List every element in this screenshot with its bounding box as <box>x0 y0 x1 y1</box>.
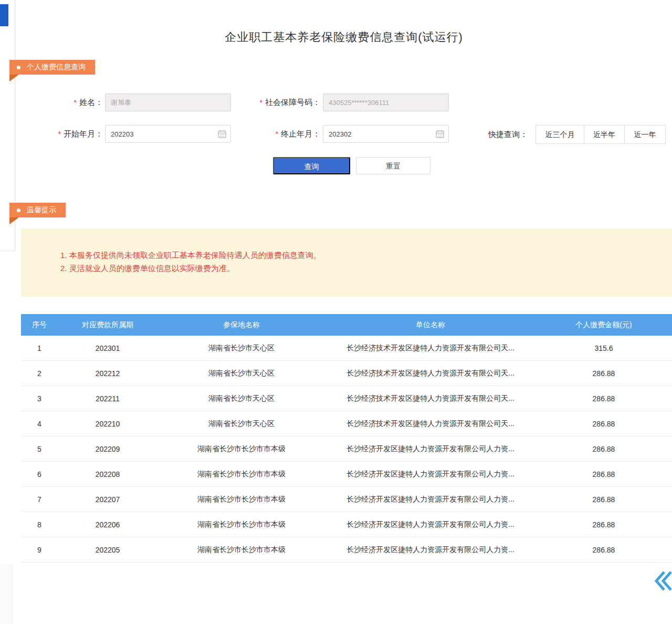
table-cell: 286.88 <box>536 445 672 453</box>
table-cell: 4 <box>21 420 58 428</box>
table-row: 1202301湖南省长沙市天心区长沙经济技术开发区捷特人力资源开发有限公司天..… <box>21 336 672 361</box>
table-row: 2202212湖南省长沙市天心区长沙经济技术开发区捷特人力资源开发有限公司天..… <box>21 361 672 386</box>
ribbon-fold-decoration <box>9 217 19 224</box>
table-cell: 202208 <box>58 470 158 479</box>
table-cell: 286.88 <box>536 546 672 554</box>
table-cell: 湖南省长沙市天心区 <box>158 394 326 403</box>
table-cell: 湖南省长沙市长沙市市本级 <box>158 520 326 529</box>
page-title: 企业职工基本养老保险缴费信息查询(试运行) <box>16 29 672 45</box>
section-badge-label: 温馨提示 <box>27 205 56 215</box>
quick-btn-last-half-year[interactable]: 近半年 <box>584 125 625 144</box>
table-cell: 286.88 <box>536 369 672 378</box>
bullet-icon <box>17 209 20 212</box>
table-cell: 286.88 <box>536 470 672 479</box>
table-row: 8202206湖南省长沙市长沙市市本级长沙经济开发区捷特人力资源开发有限公司人力… <box>21 512 672 537</box>
required-mark: * <box>276 130 278 138</box>
start-month-input[interactable] <box>105 125 231 143</box>
table-cell: 202210 <box>58 420 158 428</box>
required-mark: * <box>74 98 77 107</box>
table-cell: 湖南省长沙市天心区 <box>158 369 326 378</box>
calendar-icon[interactable] <box>435 129 445 139</box>
header-insured-place: 参保地名称 <box>158 320 326 330</box>
header-employer: 单位名称 <box>326 320 536 330</box>
tips-line-2: 2. 灵活就业人员的缴费单位信息以实际缴费为准。 <box>60 262 235 275</box>
table-cell: 6 <box>21 470 58 479</box>
table-cell: 286.88 <box>536 420 672 428</box>
table-cell: 长沙经济开发区捷特人力资源开发有限公司人力资... <box>326 495 536 504</box>
table-cell: 5 <box>21 445 58 453</box>
page: 企业职工基本养老保险缴费信息查询(试运行) 个人缴费信息查询 *姓名： *社会保… <box>0 0 672 624</box>
table-cell: 湖南省长沙市长沙市市本级 <box>158 444 326 454</box>
quick-btn-last-year[interactable]: 近一年 <box>624 125 666 144</box>
ssn-label: *社会保障号码： <box>236 93 320 111</box>
header-amount: 个人缴费金额(元) <box>536 320 672 330</box>
name-label: *姓名： <box>40 93 103 111</box>
table-cell: 202301 <box>58 344 158 352</box>
table-row: 6202208湖南省长沙市长沙市市本级长沙经济开发区捷特人力资源开发有限公司人力… <box>21 462 672 487</box>
table-cell: 1 <box>21 344 58 352</box>
double-chevron-left-icon[interactable] <box>653 569 672 593</box>
section-badge-personal-query: 个人缴费信息查询 <box>9 60 95 75</box>
table-cell: 9 <box>21 546 58 554</box>
section-badge-label: 个人缴费信息查询 <box>27 63 86 72</box>
quick-btn-last-3-months[interactable]: 近三个月 <box>536 125 584 144</box>
table-cell: 长沙经济开发区捷特人力资源开发有限公司人力资... <box>326 444 536 454</box>
sidebar-tab-marker[interactable] <box>0 4 8 26</box>
end-month-input[interactable] <box>323 125 449 143</box>
left-sidebar-rail-bottom <box>0 564 13 624</box>
section-badge-tips: 温馨提示 <box>9 203 66 217</box>
table-row: 9202205湖南省长沙市长沙市市本级长沙经济开发区捷特人力资源开发有限公司人力… <box>21 537 672 563</box>
table-cell: 315.6 <box>536 344 672 352</box>
tips-line-1: 1. 本服务仅提供尚未领取企业职工基本养老保险待遇人员的缴费信息查询。 <box>60 248 321 262</box>
reset-button[interactable]: 重置 <box>356 157 430 174</box>
table-cell: 2 <box>21 369 58 378</box>
bullet-icon <box>17 66 20 69</box>
end-month-label: *终止年月： <box>236 125 320 143</box>
required-mark: * <box>260 98 262 107</box>
table-cell: 3 <box>21 394 58 403</box>
table-cell: 长沙经济技术开发区捷特人力资源开发有限公司天... <box>326 369 536 378</box>
table-cell: 湖南省长沙市天心区 <box>158 419 326 429</box>
table-cell: 湖南省长沙市长沙市市本级 <box>158 545 326 555</box>
table-cell: 长沙经济技术开发区捷特人力资源开发有限公司天... <box>326 394 536 403</box>
table-body: 1202301湖南省长沙市天心区长沙经济技术开发区捷特人力资源开发有限公司天..… <box>21 336 672 563</box>
table-cell: 202207 <box>58 495 158 504</box>
table-cell: 长沙经济技术开发区捷特人力资源开发有限公司天... <box>326 344 536 353</box>
calendar-icon[interactable] <box>217 129 227 139</box>
table-cell: 286.88 <box>536 394 672 403</box>
ribbon-fold-decoration <box>9 75 19 81</box>
query-button[interactable]: 查询 <box>273 157 350 174</box>
table-cell: 湖南省长沙市天心区 <box>158 344 326 353</box>
required-mark: * <box>58 130 61 138</box>
table-cell: 长沙经济开发区捷特人力资源开发有限公司人力资... <box>326 520 536 529</box>
start-month-label: *开始年月： <box>40 125 103 143</box>
header-period: 对应费款所属期 <box>58 320 158 330</box>
table-cell: 8 <box>21 521 58 529</box>
table-cell: 湖南省长沙市长沙市市本级 <box>158 470 326 479</box>
table-cell: 286.88 <box>536 495 672 504</box>
header-seq: 序号 <box>21 320 58 330</box>
table-header-row: 序号 对应费款所属期 参保地名称 单位名称 个人缴费金额(元) <box>21 314 672 336</box>
ssn-field[interactable] <box>323 93 449 111</box>
name-field[interactable] <box>105 93 231 111</box>
table-cell: 长沙经济开发区捷特人力资源开发有限公司人力资... <box>326 545 536 555</box>
table-cell: 202212 <box>58 369 158 378</box>
table-cell: 286.88 <box>536 521 672 529</box>
table-cell: 长沙经济技术开发区捷特人力资源开发有限公司天... <box>326 419 536 429</box>
results-table: 序号 对应费款所属期 参保地名称 单位名称 个人缴费金额(元) 1202301湖… <box>21 314 672 563</box>
table-row: 3202211湖南省长沙市天心区长沙经济技术开发区捷特人力资源开发有限公司天..… <box>21 386 672 411</box>
table-cell: 202209 <box>58 445 158 453</box>
table-cell: 长沙经济开发区捷特人力资源开发有限公司人力资... <box>326 470 536 479</box>
table-row: 4202210湖南省长沙市天心区长沙经济技术开发区捷特人力资源开发有限公司天..… <box>21 411 672 436</box>
table-cell: 202206 <box>58 521 158 529</box>
table-cell: 7 <box>21 495 58 504</box>
quick-query-label: 快捷查询： <box>488 126 528 143</box>
table-cell: 202211 <box>58 394 158 403</box>
table-cell: 202205 <box>58 546 158 554</box>
table-row: 7202207湖南省长沙市长沙市市本级长沙经济开发区捷特人力资源开发有限公司人力… <box>21 487 672 512</box>
tips-notice-box: 1. 本服务仅提供尚未领取企业职工基本养老保险待遇人员的缴费信息查询。 2. 灵… <box>21 228 672 297</box>
table-cell: 湖南省长沙市长沙市市本级 <box>158 495 326 504</box>
table-row: 5202209湖南省长沙市长沙市市本级长沙经济开发区捷特人力资源开发有限公司人力… <box>21 436 672 462</box>
